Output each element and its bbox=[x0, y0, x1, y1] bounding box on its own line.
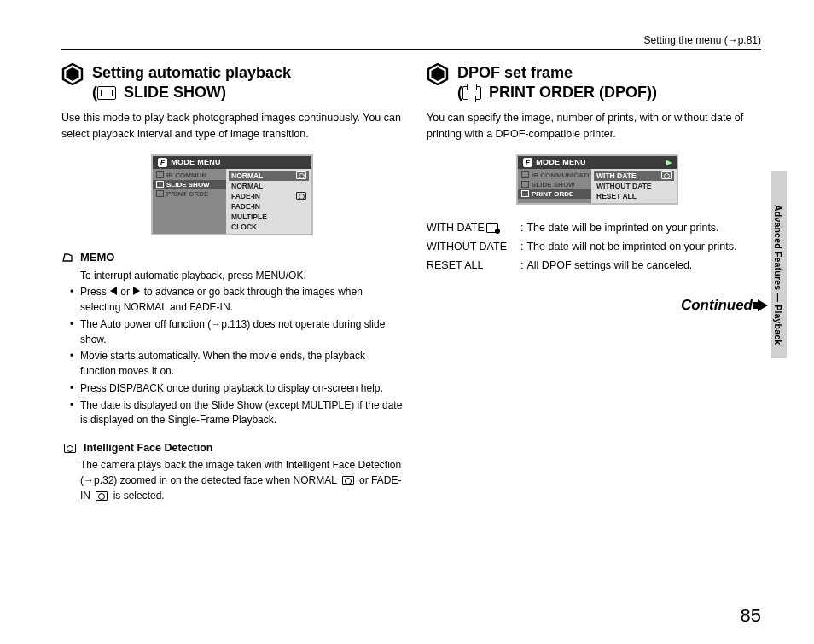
menu-item-slideshow: SLIDE SHOW bbox=[153, 180, 226, 189]
title-line2-label: SLIDE SHOW) bbox=[119, 84, 226, 101]
menu-right-pane: NORMAL NORMAL FADE-IN FADE-IN MULTIPLE C… bbox=[226, 169, 311, 234]
title-line2-label: PRINT ORDER (DPOF)) bbox=[485, 84, 657, 101]
memo-item: Press DISP/BACK once during playback to … bbox=[80, 381, 403, 397]
def-val-withoutdate: :The date will not be imprinted on your … bbox=[520, 239, 768, 254]
f-mode-icon: F bbox=[523, 158, 532, 167]
def-term-resetall: RESET ALL bbox=[427, 258, 520, 273]
right-column: DPOF set frame ( PRINT ORDER (DPOF)) You… bbox=[427, 63, 768, 503]
def-val-withdate: :The date will be imprinted on your prin… bbox=[520, 220, 768, 235]
left-arrow-icon bbox=[110, 287, 117, 295]
slideshow-icon bbox=[97, 86, 116, 100]
face-icon bbox=[296, 192, 306, 200]
opt-clock: CLOCK bbox=[229, 222, 309, 232]
svg-marker-3 bbox=[432, 67, 445, 81]
title-line1: DPOF set frame bbox=[457, 63, 657, 83]
opt-resetall: RESET ALL bbox=[594, 191, 674, 201]
dpof-definitions: WITH DATE :The date will be imprinted on… bbox=[427, 220, 768, 273]
opt-normal: NORMAL bbox=[229, 181, 309, 191]
def-term-withoutdate: WITHOUT DATE bbox=[427, 239, 520, 254]
opt-fadein-face: FADE-IN bbox=[229, 191, 309, 201]
face-detection-icon bbox=[64, 444, 76, 453]
menu-screenshot-dpof: FMODE MENU▶ IR COMMUNICATION SLIDE SHOW … bbox=[516, 154, 678, 205]
page-number: 85 bbox=[741, 605, 761, 627]
opt-withdate: WITH DATE bbox=[594, 171, 674, 181]
print-item-icon bbox=[521, 190, 529, 197]
face-detection-icon bbox=[96, 491, 108, 501]
left-column: Setting automatic playback ( SLIDE SHOW)… bbox=[61, 63, 403, 503]
continued-label: Continued bbox=[681, 297, 753, 314]
header-rule bbox=[61, 49, 761, 50]
menu-item-printorder: PRINT ORDE bbox=[518, 189, 591, 199]
ir-item-icon bbox=[156, 171, 164, 178]
title-line1: Setting automatic playback bbox=[92, 63, 291, 83]
menu-header: FMODE MENU bbox=[153, 156, 311, 169]
face-detection-icon bbox=[342, 476, 354, 485]
menu-item-slideshow: SLIDE SHOW bbox=[518, 180, 591, 189]
menu-item-ir: IR COMMUNICATION bbox=[518, 171, 591, 180]
date-badge-icon bbox=[486, 223, 498, 233]
hexagon-bullet-icon bbox=[427, 63, 449, 89]
menu-header-label: MODE MENU bbox=[536, 158, 586, 166]
title-line2: ( SLIDE SHOW) bbox=[92, 83, 291, 102]
menu-left-pane: IR COMMUN SLIDE SHOW PRINT ORDE bbox=[153, 169, 226, 234]
menu-header-label: MODE MENU bbox=[171, 158, 221, 166]
menu-screenshot-slideshow: FMODE MENU IR COMMUN SLIDE SHOW PRINT OR… bbox=[151, 154, 313, 235]
slideshow-intro: Use this mode to play back photographed … bbox=[61, 110, 403, 142]
title-line2: ( PRINT ORDER (DPOF)) bbox=[457, 83, 657, 102]
ifd-heading: Intelligent Face Detection bbox=[61, 442, 403, 454]
print-item-icon bbox=[156, 190, 164, 197]
f-mode-icon: F bbox=[158, 158, 167, 167]
ifd-body: The camera plays back the image taken wi… bbox=[61, 457, 403, 503]
hexagon-bullet-icon bbox=[61, 63, 84, 89]
menu-nav-arrow-icon: ▶ bbox=[666, 159, 672, 166]
ifd-text: is selected. bbox=[110, 490, 164, 502]
slide-item-icon bbox=[156, 181, 164, 188]
opt-multiple: MULTIPLE bbox=[229, 212, 309, 222]
memo-list: To interrupt automatic playback, press M… bbox=[61, 269, 403, 429]
memo-item: Movie starts automatically. When the mov… bbox=[80, 349, 403, 380]
menu-item-printorder: PRINT ORDE bbox=[153, 189, 226, 199]
opt-withoutdate: WITHOUT DATE bbox=[594, 181, 674, 191]
section-title-slideshow: Setting automatic playback ( SLIDE SHOW) bbox=[61, 63, 403, 102]
section-title-dpof: DPOF set frame ( PRINT ORDER (DPOF)) bbox=[427, 63, 768, 102]
manual-page: Setting the menu (→p.81) Advanced Featur… bbox=[0, 0, 814, 644]
slide-item-icon bbox=[521, 181, 529, 188]
def-term-withdate: WITH DATE bbox=[427, 220, 520, 235]
ir-item-icon bbox=[521, 171, 529, 178]
memo-label: MEMO bbox=[80, 251, 114, 264]
memo-item: The Auto power off function (→p.113) doe… bbox=[80, 317, 403, 348]
opt-fadein: FADE-IN bbox=[229, 201, 309, 212]
ifd-title: Intelligent Face Detection bbox=[84, 442, 212, 454]
face-icon bbox=[296, 171, 306, 179]
opt-normal-face: NORMAL bbox=[229, 171, 309, 181]
menu-right-pane: WITH DATE WITHOUT DATE RESET ALL bbox=[591, 169, 677, 203]
right-arrow-icon bbox=[133, 287, 140, 295]
continued-indicator: Continued bbox=[427, 297, 768, 314]
menu-left-pane: IR COMMUNICATION SLIDE SHOW PRINT ORDE bbox=[518, 169, 591, 203]
memo-heading: MEMO bbox=[61, 251, 403, 264]
memo-hand-icon bbox=[61, 251, 75, 263]
date-badge-icon bbox=[661, 171, 672, 179]
menu-item-ir: IR COMMUN bbox=[153, 171, 226, 180]
memo-item: The date is displayed on the Slide Show … bbox=[80, 398, 403, 429]
svg-marker-1 bbox=[67, 67, 79, 81]
memo-item: To interrupt automatic playback, press M… bbox=[80, 269, 403, 284]
side-section-label: Advanced Features — Playback bbox=[773, 205, 783, 345]
print-order-icon bbox=[462, 86, 481, 100]
menu-header: FMODE MENU▶ bbox=[518, 156, 677, 169]
dpof-intro: You can specify the image, number of pri… bbox=[427, 110, 768, 142]
memo-item: Press or to advance or go back through t… bbox=[80, 285, 403, 316]
continued-arrow-icon bbox=[758, 299, 768, 311]
def-val-resetall: :All DPOF settings will be canceled. bbox=[520, 258, 768, 273]
header-reference: Setting the menu (→p.81) bbox=[644, 34, 761, 46]
